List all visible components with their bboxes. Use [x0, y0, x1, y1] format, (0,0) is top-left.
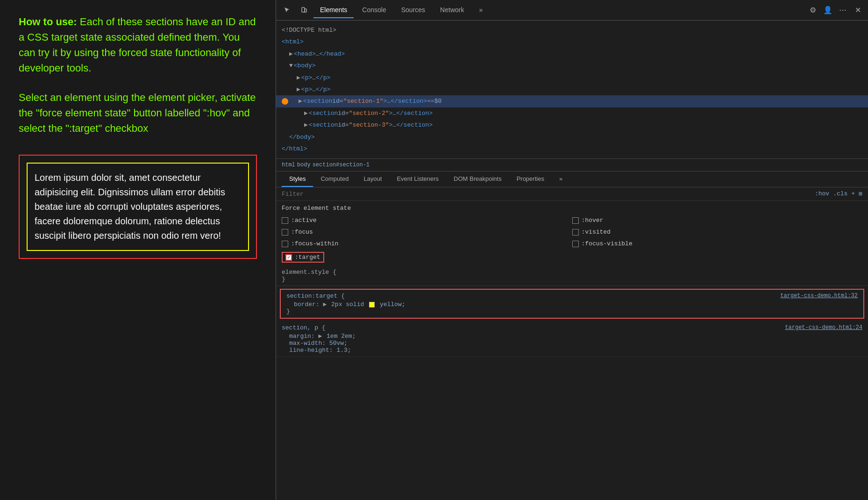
tab-style-more[interactable]: »: [552, 171, 570, 187]
checkbox-target[interactable]: [285, 254, 292, 261]
element-style-close: }: [282, 276, 285, 283]
rule1-prop-name: border:: [294, 301, 320, 308]
checkbox-target-row: :target: [282, 250, 572, 264]
tab-elements[interactable]: Elements: [313, 2, 354, 18]
yellow-color-swatch: [369, 302, 375, 307]
styles-panel: :hov .cls + ⊞ Force element state :activ…: [276, 187, 868, 500]
rule1-selector: section:target {: [286, 293, 345, 300]
rule1-body: border: ▶ 2px solid yellow;: [286, 300, 858, 308]
tree-head: ▶ <head>…</head>: [282, 48, 862, 60]
cls-button[interactable]: .cls: [833, 190, 847, 198]
element-picker-icon[interactable]: [280, 3, 295, 18]
breadcrumb-html[interactable]: html: [282, 162, 295, 168]
tab-more[interactable]: »: [472, 2, 489, 18]
hov-button[interactable]: :hov: [815, 190, 829, 198]
tree-p1: ▶ <p>…</p>: [282, 72, 862, 84]
style-tabs-row: Styles Computed Layout Event Listeners D…: [276, 171, 868, 187]
element-style-block: element.style { }: [276, 266, 868, 286]
rule2-body: margin: ▶ 1em 2em; max-width: 50vw; line…: [282, 332, 862, 354]
how-to-use-label: How to use:: [19, 16, 77, 28]
rule2-selector: section, p {: [282, 324, 326, 331]
section-outer-box: Lorem ipsum dolor sit, amet consectetur …: [19, 155, 257, 259]
checkbox-visited[interactable]: [572, 229, 579, 236]
tree-body-open: ▼ <body>: [282, 60, 862, 71]
user-icon[interactable]: 👤: [821, 4, 834, 17]
breadcrumb-section[interactable]: section#section-1: [313, 162, 370, 168]
tree-section1-selected[interactable]: ▶ <section id="section-1" >… </section> …: [276, 95, 868, 107]
tree-section3[interactable]: ▶ <section id="section-3" >… </section>: [282, 119, 862, 131]
checkbox-grid: :active :hover :focus :visited :focus-wi…: [276, 214, 868, 266]
tab-layout[interactable]: Layout: [356, 171, 389, 187]
target-border-box: :target: [282, 252, 324, 263]
breadcrumb: html body section#section-1: [276, 159, 868, 171]
checkbox-visited-label: :visited: [582, 229, 611, 236]
devtools-panel: Elements Console Sources Network » ⚙ 👤 ⋯…: [276, 0, 868, 500]
section-inner-box: Lorem ipsum dolor sit, amet consectetur …: [27, 163, 249, 251]
checkbox-visited-row: :visited: [572, 227, 863, 237]
checkbox-active-label: :active: [291, 217, 317, 224]
checkbox-focus-within[interactable]: [282, 241, 288, 247]
tab-console[interactable]: Console: [356, 2, 392, 18]
tree-p2: ▶ <p>…</p>: [282, 84, 862, 95]
checkbox-focus-visible[interactable]: [572, 241, 579, 247]
devtools-top-tabs: Elements Console Sources Network » ⚙ 👤 ⋯…: [276, 0, 868, 21]
tree-doctype: <!DOCTYPE html>: [282, 24, 862, 36]
tab-event-listeners[interactable]: Event Listeners: [389, 171, 446, 187]
tab-sources[interactable]: Sources: [395, 2, 432, 18]
rule2-prop2: max-width: 50vw;: [289, 340, 348, 347]
new-rule-icon[interactable]: ⊞: [859, 190, 862, 198]
rule2-link[interactable]: target-css-demo.html:24: [785, 324, 862, 331]
checkbox-focus-row: :focus: [282, 227, 572, 237]
rule2-expand1[interactable]: ▶: [318, 332, 322, 340]
left-panel: How to use: Each of these sections have …: [0, 0, 276, 500]
rule1-link[interactable]: target-css-demo.html:32: [780, 293, 858, 299]
checkbox-hover-row: :hover: [572, 215, 863, 225]
filter-actions: :hov .cls + ⊞: [815, 190, 862, 198]
breadcrumb-body[interactable]: body: [297, 162, 311, 168]
tree-body-close: </body>: [282, 131, 862, 143]
section-target-rule: section:target { target-css-demo.html:32…: [280, 289, 864, 319]
checkbox-focus-within-label: :focus-within: [291, 240, 338, 247]
rule2-header: section, p { target-css-demo.html:24: [282, 324, 862, 331]
checkbox-focus-within-row: :focus-within: [282, 239, 572, 249]
tree-html-open: <html>: [282, 36, 862, 48]
settings-icon[interactable]: ⚙: [806, 4, 819, 17]
checkbox-active[interactable]: [282, 217, 288, 224]
tab-dom-breakpoints[interactable]: DOM Breakpoints: [446, 171, 509, 187]
checkbox-hover-label: :hover: [582, 217, 604, 224]
rule2-prop3: line-height: 1.3;: [289, 347, 351, 354]
tab-computed[interactable]: Computed: [313, 171, 356, 187]
tree-html-close: </html>: [282, 143, 862, 155]
element-style-open: element.style {: [282, 269, 336, 276]
tab-properties[interactable]: Properties: [509, 171, 552, 187]
rule1-expand[interactable]: ▶: [323, 300, 327, 308]
checkbox-focus-visible-label: :focus-visible: [582, 240, 633, 247]
more-icon[interactable]: ⋯: [836, 4, 849, 17]
rule1-header: section:target { target-css-demo.html:32: [286, 293, 858, 300]
filter-input[interactable]: [282, 191, 811, 198]
add-style-button[interactable]: +: [851, 190, 855, 198]
checkbox-target-label: :target: [295, 254, 320, 261]
device-toolbar-icon[interactable]: [297, 3, 312, 18]
checkbox-focus[interactable]: [282, 229, 288, 236]
tab-styles[interactable]: Styles: [282, 171, 313, 187]
force-element-state-label: Force element state: [276, 201, 868, 214]
html-tree: <!DOCTYPE html> <html> ▶ <head>…</head> …: [276, 21, 868, 159]
filter-row: :hov .cls + ⊞: [276, 187, 868, 201]
checkbox-active-row: :active: [282, 215, 572, 225]
svg-rect-0: [302, 7, 305, 12]
rule1-close: }: [286, 308, 858, 315]
rule2-prop1: margin: ▶ 1em 2em;: [289, 333, 356, 340]
how-to-use-text: How to use: Each of these sections have …: [19, 14, 257, 76]
checkbox-focus-visible-row: :focus-visible: [572, 239, 863, 249]
tree-section2[interactable]: ▶ <section id="section-2" >… </section>: [282, 107, 862, 119]
lorem-text: Lorem ipsum dolor sit, amet consectetur …: [35, 171, 241, 243]
section-p-rule: section, p { target-css-demo.html:24 mar…: [276, 321, 868, 357]
close-icon[interactable]: ✕: [851, 4, 864, 17]
checkbox-focus-label: :focus: [291, 229, 313, 236]
svg-rect-1: [305, 9, 306, 12]
tab-network[interactable]: Network: [434, 2, 470, 18]
rule1-prop: border: ▶ 2px solid yellow;: [294, 301, 406, 308]
select-element-text: Select an element using the element pick…: [19, 90, 257, 136]
checkbox-hover[interactable]: [572, 217, 579, 224]
